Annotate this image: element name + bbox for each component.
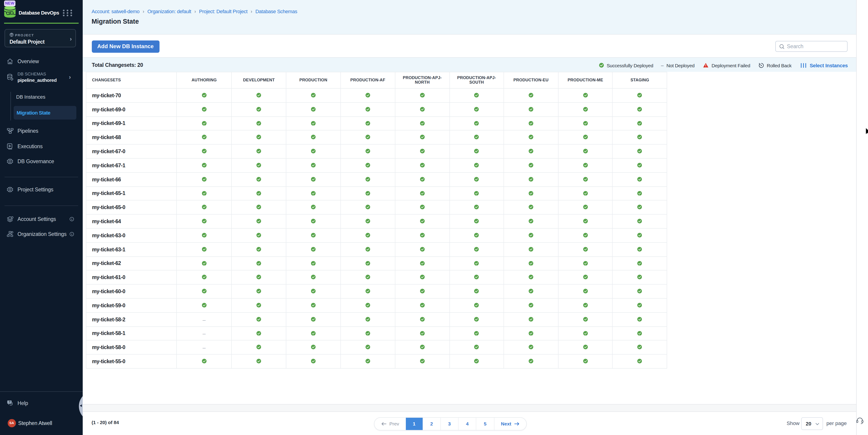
svg-text:?: ?: [9, 400, 10, 403]
